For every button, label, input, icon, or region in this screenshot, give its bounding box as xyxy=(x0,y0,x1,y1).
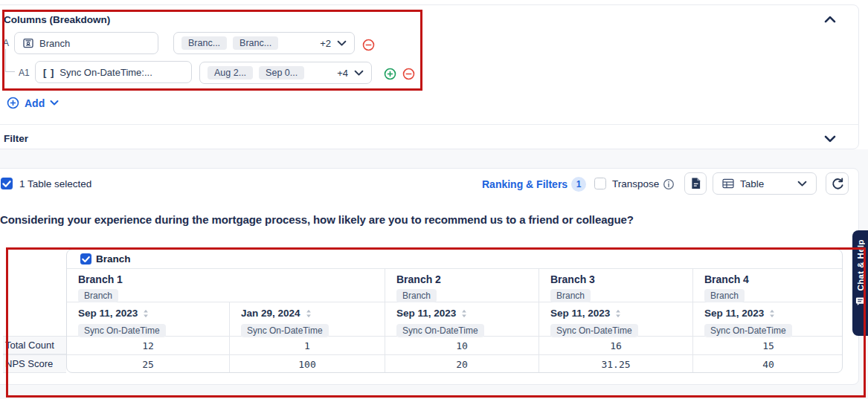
branch-tag: Branch xyxy=(704,289,745,302)
view-type-dropdown[interactable]: Table xyxy=(713,172,817,195)
check-icon xyxy=(80,253,91,265)
branch-name: Branch 4 xyxy=(704,273,843,285)
value-chip[interactable]: Sep 0... xyxy=(259,66,304,80)
plus-circle-icon xyxy=(7,97,19,109)
row-id-a1: A1 xyxy=(19,68,30,78)
ranking-filters-link[interactable]: Ranking & Filters xyxy=(482,178,568,190)
row-id-a: A xyxy=(3,38,9,48)
date-header-cell[interactable]: Sep 11, 2023 Sync On-DateTime xyxy=(692,302,843,337)
date-label: Jan 29, 2024 xyxy=(241,308,300,319)
sort-icon xyxy=(143,309,149,318)
check-icon xyxy=(1,178,13,189)
remove-row-a-button[interactable] xyxy=(362,39,375,51)
field-label: Sync On-DateTime:... xyxy=(60,67,152,78)
group-header-label: Branch xyxy=(96,253,131,265)
chat-help-tab[interactable]: Chat & Help xyxy=(852,230,868,336)
brackets-icon: [ ] xyxy=(43,67,54,78)
date-label: Sep 11, 2023 xyxy=(396,308,456,319)
branch-name: Branch 2 xyxy=(396,273,539,285)
table-row-total-count: 12 1 10 16 15 xyxy=(67,337,842,355)
table-icon xyxy=(722,178,734,189)
view-type-label: Table xyxy=(740,178,764,189)
date-label: Sep 11, 2023 xyxy=(550,308,610,319)
info-icon[interactable] xyxy=(663,178,675,190)
refresh-button[interactable] xyxy=(826,172,849,195)
survey-question-text: Considering your experience during the m… xyxy=(0,213,634,226)
chevron-down-icon[interactable] xyxy=(824,134,836,143)
datetime-tag: Sync On-DateTime xyxy=(704,324,792,337)
date-label: Sep 11, 2023 xyxy=(704,308,764,319)
document-icon xyxy=(690,177,701,190)
date-values-dropdown[interactable]: Aug 2... Sep 0... +4 xyxy=(199,62,372,84)
row-label-total-count: Total Count xyxy=(3,336,66,354)
cell-value: 16 xyxy=(539,337,692,355)
breakdown-field-branch[interactable]: Branch xyxy=(14,32,158,54)
transpose-label: Transpose xyxy=(612,178,659,189)
cell-value: 15 xyxy=(692,337,843,355)
date-header-cell[interactable]: Sep 11, 2023 Sync On-DateTime xyxy=(539,302,692,337)
more-count: +4 xyxy=(337,68,348,79)
add-button-label: Add xyxy=(25,97,45,109)
row-label-nps-score: NPS Score xyxy=(3,354,66,373)
chevron-down-icon xyxy=(797,181,807,187)
value-chip[interactable]: Aug 2... xyxy=(208,66,253,80)
field-label: Branch xyxy=(39,38,70,49)
branch-tag: Branch xyxy=(550,289,591,302)
plus-circle-icon xyxy=(384,68,396,80)
branch-header-cell[interactable]: Branch 2 Branch xyxy=(385,269,539,302)
chevron-up-icon[interactable] xyxy=(824,16,836,24)
cell-value: 20 xyxy=(385,355,539,373)
branch-header-cell[interactable]: Branch 1 Branch xyxy=(67,269,385,302)
transpose-checkbox[interactable] xyxy=(594,178,606,189)
branch-tag: Branch xyxy=(396,289,437,302)
minus-circle-icon xyxy=(362,39,375,51)
date-header-row: Sep 11, 2023 Sync On-DateTime Jan 29, 20… xyxy=(67,302,842,337)
more-count: +2 xyxy=(320,38,331,49)
datetime-tag: Sync On-DateTime xyxy=(550,324,638,337)
remove-subrow-button[interactable] xyxy=(402,68,415,80)
section-divider xyxy=(0,124,859,125)
cell-value: 1 xyxy=(229,337,385,355)
date-header-cell[interactable]: Jan 29, 2024 Sync On-DateTime xyxy=(229,302,385,337)
add-subrow-button[interactable] xyxy=(384,68,396,80)
chevron-down-icon xyxy=(337,40,347,47)
tables-selected-label: 1 Table selected xyxy=(19,178,91,189)
chevron-down-icon xyxy=(50,100,59,106)
date-label: Sep 11, 2023 xyxy=(78,308,138,319)
value-chip[interactable]: Branc... xyxy=(181,36,227,50)
branch-name: Branch 3 xyxy=(550,273,692,285)
add-button[interactable]: Add xyxy=(7,97,59,109)
contact-card-icon xyxy=(22,37,34,49)
branch-group-checkbox[interactable] xyxy=(80,253,91,265)
branch-header-row: Branch 1 Branch Branch 2 Branch Branch 3… xyxy=(67,269,842,302)
export-document-button[interactable] xyxy=(684,172,707,195)
datetime-tag: Sync On-DateTime xyxy=(396,324,484,337)
datetime-tag: Sync On-DateTime xyxy=(241,324,329,337)
table-selected-checkbox[interactable] xyxy=(1,178,13,189)
value-chip[interactable]: Branc... xyxy=(233,36,278,50)
chat-bubble-icon xyxy=(855,296,865,306)
report-builder-page: Columns (Breakdown) A Branch Branc... Br… xyxy=(0,0,868,399)
branch-tag: Branch xyxy=(78,289,118,302)
table-group-header-row: Branch xyxy=(67,250,842,269)
sort-icon xyxy=(461,309,467,318)
cell-value: 10 xyxy=(385,337,539,355)
branch-values-dropdown[interactable]: Branc... Branc... +2 xyxy=(173,32,355,54)
date-header-cell[interactable]: Sep 11, 2023 Sync On-DateTime xyxy=(67,302,229,337)
cell-value: 40 xyxy=(692,355,843,373)
minus-circle-icon xyxy=(402,68,415,80)
chevron-down-icon xyxy=(354,70,364,77)
table-row-nps-score: 25 100 20 31.25 40 xyxy=(67,355,842,373)
branch-header-cell[interactable]: Branch 3 Branch xyxy=(539,269,692,302)
branch-name: Branch 1 xyxy=(78,273,385,285)
tree-connector xyxy=(5,49,6,71)
date-header-cell[interactable]: Sep 11, 2023 Sync On-DateTime xyxy=(385,302,539,337)
refresh-icon xyxy=(831,177,844,190)
sort-icon xyxy=(769,309,775,318)
tree-connector xyxy=(5,71,15,72)
breakdown-field-sync-datetime[interactable]: [ ] Sync On-DateTime:... xyxy=(35,61,192,83)
branch-header-cell[interactable]: Branch 4 Branch xyxy=(692,269,843,302)
cell-value: 100 xyxy=(229,355,385,373)
cell-value: 25 xyxy=(67,355,229,373)
chat-help-label: Chat & Help xyxy=(856,239,865,291)
